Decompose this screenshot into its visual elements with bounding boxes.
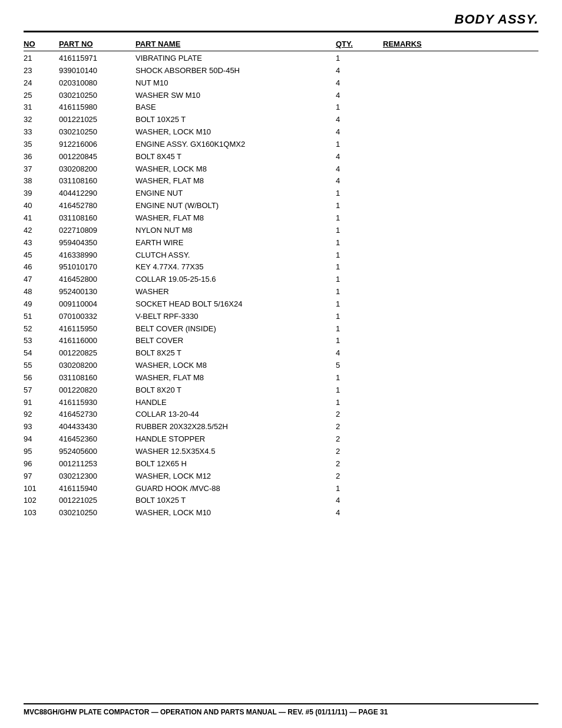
table-row: 31416115980BASE1 xyxy=(24,101,538,114)
cell-11-0: 39 xyxy=(24,188,59,199)
cell-35-0: 101 xyxy=(24,483,59,495)
table-row: 92416452730COLLAR 13-20-442 xyxy=(24,409,538,421)
cell-34-1: 030212300 xyxy=(59,471,135,482)
cell-0-0: 21 xyxy=(24,53,59,64)
cell-2-1: 020310080 xyxy=(59,78,135,89)
cell-35-2: GUARD HOOK /MVC-88 xyxy=(135,483,336,495)
cell-15-4 xyxy=(383,238,501,249)
cell-1-4 xyxy=(383,65,501,77)
cell-28-1: 416115930 xyxy=(59,397,135,409)
cell-34-0: 97 xyxy=(24,471,59,482)
cell-36-3: 4 xyxy=(336,495,383,506)
cell-18-2: COLLAR 19.05-25-15.6 xyxy=(135,274,336,285)
cell-5-1: 001221025 xyxy=(59,114,135,126)
table-row: 47416452800COLLAR 19.05-25-15.61 xyxy=(24,274,538,286)
table-row: 103030210250WASHER, LOCK M104 xyxy=(24,507,538,519)
cell-29-0: 92 xyxy=(24,409,59,420)
cell-20-3: 1 xyxy=(336,299,383,310)
table-row: 24020310080NUT M104 xyxy=(24,77,538,90)
cell-17-4 xyxy=(383,262,501,273)
cell-28-4 xyxy=(383,397,501,409)
cell-13-2: WASHER, FLAT M8 xyxy=(135,213,336,224)
cell-23-2: BELT COVER xyxy=(135,335,336,347)
cell-11-4 xyxy=(383,188,501,199)
cell-27-1: 001220820 xyxy=(59,385,135,396)
cell-7-4 xyxy=(383,139,501,150)
cell-31-0: 94 xyxy=(24,434,59,445)
cell-1-1: 939010140 xyxy=(59,65,135,77)
cell-33-1: 001211253 xyxy=(59,459,135,470)
cell-17-0: 46 xyxy=(24,262,59,273)
cell-4-1: 416115980 xyxy=(59,102,135,113)
cell-4-4 xyxy=(383,102,501,113)
cell-15-3: 1 xyxy=(336,238,383,249)
cell-2-2: NUT M10 xyxy=(135,78,336,89)
cell-36-2: BOLT 10X25 T xyxy=(135,495,336,506)
cell-8-4 xyxy=(383,151,501,163)
cell-20-0: 49 xyxy=(24,299,59,310)
footer-text: MVC88GH/GHW PLATE COMPACTOR — OPERATION … xyxy=(24,708,388,716)
cell-21-3: 1 xyxy=(336,311,383,322)
cell-16-4 xyxy=(383,250,501,261)
cell-30-1: 404433430 xyxy=(59,421,135,433)
cell-19-4 xyxy=(383,286,501,298)
cell-36-0: 102 xyxy=(24,495,59,506)
cell-19-3: 1 xyxy=(336,286,383,298)
cell-16-3: 1 xyxy=(336,250,383,261)
table-row: 46951010170KEY 4.77X4. 77X351 xyxy=(24,261,538,274)
cell-16-2: CLUTCH ASSY. xyxy=(135,250,336,261)
cell-35-1: 416115940 xyxy=(59,483,135,495)
cell-14-2: NYLON NUT M8 xyxy=(135,225,336,236)
table-row: 45416338990CLUTCH ASSY.1 xyxy=(24,249,538,262)
cell-27-2: BOLT 8X20 T xyxy=(135,385,336,396)
cell-3-0: 25 xyxy=(24,90,59,101)
cell-21-2: V-BELT RPF-3330 xyxy=(135,311,336,322)
cell-20-1: 009110004 xyxy=(59,299,135,310)
cell-25-2: WASHER, LOCK M8 xyxy=(135,360,336,371)
table-row: 91416115930HANDLE1 xyxy=(24,397,538,409)
cell-37-0: 103 xyxy=(24,508,59,519)
cell-16-0: 45 xyxy=(24,250,59,261)
cell-33-3: 2 xyxy=(336,459,383,470)
cell-1-3: 4 xyxy=(336,65,383,77)
cell-32-2: WASHER 12.5X35X4.5 xyxy=(135,446,336,457)
cell-13-3: 1 xyxy=(336,213,383,224)
cell-18-4 xyxy=(383,274,501,285)
cell-9-2: WASHER, LOCK M8 xyxy=(135,164,336,175)
cell-10-1: 031108160 xyxy=(59,176,135,187)
cell-7-1: 912216006 xyxy=(59,139,135,150)
cell-14-3: 1 xyxy=(336,225,383,236)
table-body: 21416115971VIBRATING PLATE123939010140SH… xyxy=(24,52,538,519)
cell-34-2: WASHER, LOCK M12 xyxy=(135,471,336,482)
cell-29-4 xyxy=(383,409,501,420)
cell-35-3: 1 xyxy=(336,483,383,495)
cell-33-0: 96 xyxy=(24,459,59,470)
cell-12-3: 1 xyxy=(336,200,383,212)
cell-9-4 xyxy=(383,164,501,175)
cell-35-4 xyxy=(383,483,501,495)
cell-3-1: 030210250 xyxy=(59,90,135,101)
table-row: 36001220845BOLT 8X45 T4 xyxy=(24,151,538,163)
cell-26-2: WASHER, FLAT M8 xyxy=(135,373,336,384)
cell-37-4 xyxy=(383,508,501,519)
cell-18-3: 1 xyxy=(336,274,383,285)
cell-24-3: 4 xyxy=(336,348,383,359)
cell-37-2: WASHER, LOCK M10 xyxy=(135,508,336,519)
cell-20-4 xyxy=(383,299,501,310)
cell-26-1: 031108160 xyxy=(59,373,135,384)
cell-12-1: 416452780 xyxy=(59,200,135,212)
cell-28-3: 1 xyxy=(336,397,383,409)
cell-5-4 xyxy=(383,114,501,126)
cell-31-2: HANDLE STOPPER xyxy=(135,434,336,445)
cell-16-1: 416338990 xyxy=(59,250,135,261)
cell-8-3: 4 xyxy=(336,151,383,163)
cell-8-1: 001220845 xyxy=(59,151,135,163)
cell-27-3: 1 xyxy=(336,385,383,396)
cell-12-4 xyxy=(383,200,501,212)
cell-13-1: 031108160 xyxy=(59,213,135,224)
cell-17-1: 951010170 xyxy=(59,262,135,273)
cell-19-0: 48 xyxy=(24,286,59,298)
table-row: 40416452780ENGINE NUT (W/BOLT)1 xyxy=(24,200,538,212)
cell-32-1: 952405600 xyxy=(59,446,135,457)
cell-15-0: 43 xyxy=(24,238,59,249)
